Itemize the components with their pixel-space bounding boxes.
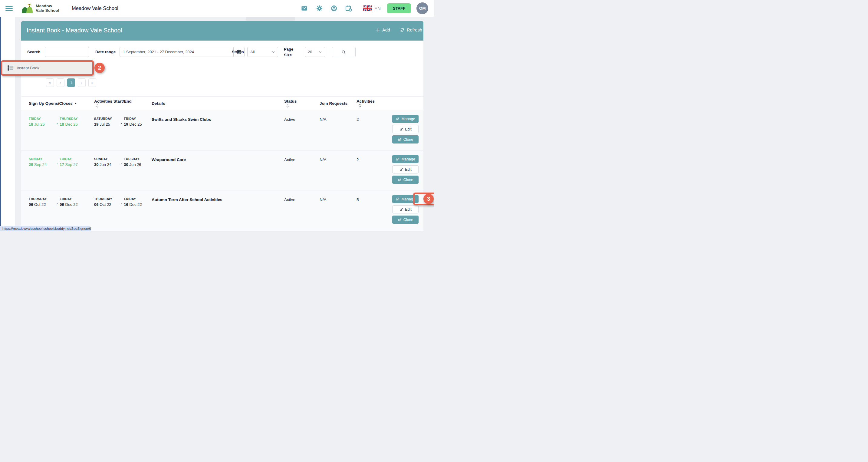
row-status: Active: [284, 117, 319, 150]
row-status: Active: [284, 197, 319, 231]
window-left-accent: [0, 17, 1, 231]
row-details: Swifts and Sharks Swim Clubs: [152, 117, 284, 150]
page-size-select[interactable]: 20: [305, 47, 325, 57]
column-header-signup[interactable]: Sign Up Opens/Closes▲: [29, 101, 94, 106]
sort-icon: [358, 103, 361, 108]
row-details: Wraparound Care: [152, 157, 284, 190]
edit-icon: [396, 117, 400, 121]
avatar[interactable]: OM: [416, 2, 428, 14]
refresh-button[interactable]: Refresh: [400, 28, 422, 32]
status-bar-url: https://meadowvaleschool.schoolsbuddy.ne…: [0, 226, 91, 231]
row-join-requests: N/A: [319, 197, 356, 231]
search-submit-button[interactable]: [332, 47, 355, 57]
page-size-label: Page Size: [284, 47, 293, 58]
pagination-prev-button[interactable]: ‹: [57, 79, 64, 87]
pagination-next-button[interactable]: ›: [78, 79, 86, 87]
settings-gear-icon[interactable]: [316, 5, 323, 12]
edit-icon: [399, 167, 403, 172]
column-header-activities-range[interactable]: Activities Start/End: [94, 99, 152, 108]
row-activities-count: 5: [356, 197, 385, 231]
row-join-requests: N/A: [319, 117, 356, 150]
page-title: Meadow Vale School: [72, 5, 118, 11]
school-logo-text: Meadow Vale School: [36, 4, 59, 13]
row-status: Active: [284, 157, 319, 190]
column-header-join-requests: Join Requests: [319, 101, 356, 106]
date-range-label: Date range: [95, 50, 116, 54]
search-input[interactable]: [45, 47, 89, 57]
pagination-last-button[interactable]: »: [88, 79, 96, 87]
edit-icon: [399, 207, 403, 211]
search-icon: [341, 50, 346, 55]
hamburger-menu-icon[interactable]: [5, 6, 13, 11]
edit-icon: [396, 157, 400, 161]
search-label: Search: [27, 50, 40, 54]
clone-button[interactable]: Clone: [392, 176, 418, 184]
table-header-row: Sign Up Opens/Closes▲ Activities Start/E…: [21, 96, 424, 110]
row-details: Autumn Term After School Activities: [152, 197, 284, 231]
edit-icon: [398, 218, 402, 222]
app-header: Meadow Vale School Meadow Vale School: [0, 0, 434, 17]
plus-icon: [376, 28, 380, 32]
edit-icon: [399, 127, 403, 131]
row-activities-count: 2: [356, 157, 385, 190]
banner-title: Instant Book - Meadow Vale School: [27, 27, 122, 34]
refresh-icon: [400, 28, 405, 32]
edit-button[interactable]: Edit: [392, 205, 418, 213]
manage-button[interactable]: Manage: [392, 115, 418, 123]
sort-icon: [96, 103, 99, 108]
chevron-down-icon: [272, 50, 275, 54]
clone-button[interactable]: Clone: [392, 216, 418, 224]
school-logo: [21, 3, 35, 13]
table-row: THURSDAY06 Oct 22 - FRIDAY09 Dec 22 THUR…: [21, 190, 424, 231]
horizontal-scrollbar-thumb[interactable]: [246, 17, 295, 21]
help-lifering-icon[interactable]: [331, 5, 337, 12]
row-join-requests: N/A: [319, 157, 356, 190]
sort-icon: [286, 103, 289, 108]
staff-role-button[interactable]: STAFF: [387, 3, 411, 13]
calendar-user-icon[interactable]: [345, 5, 352, 12]
status-label: Status: [232, 50, 244, 54]
edit-icon: [398, 137, 402, 142]
chevron-down-icon: [319, 50, 322, 54]
status-select[interactable]: All: [247, 47, 278, 57]
language-selector[interactable]: EN: [374, 6, 381, 11]
table-row: FRIDAY18 Jul 25 - THURSDAY18 Dec 25 SATU…: [21, 110, 424, 150]
page-banner: Instant Book - Meadow Vale School Add Re…: [21, 21, 424, 40]
sidebar: [0, 17, 15, 231]
list-icon: [7, 64, 14, 71]
edit-button[interactable]: Edit: [392, 125, 418, 133]
edit-button[interactable]: Edit: [392, 165, 418, 174]
clone-button[interactable]: Clone: [392, 135, 418, 144]
content-card: Instant Book - Meadow Vale School Add Re…: [21, 21, 424, 231]
uk-flag-icon[interactable]: [363, 5, 372, 11]
date-range-field: [120, 47, 245, 57]
column-header-activities[interactable]: Activities: [356, 99, 385, 108]
manage-button[interactable]: Manage: [392, 155, 418, 163]
annotation-badge-step-3: 3: [424, 194, 434, 204]
sidebar-item-label: Instant Book: [17, 66, 39, 70]
pagination: « ‹ 1 › »: [46, 79, 96, 87]
add-button[interactable]: Add: [376, 28, 390, 32]
column-header-details: Details: [152, 101, 284, 106]
column-header-status[interactable]: Status: [284, 99, 319, 108]
edit-icon: [396, 197, 400, 201]
sidebar-item-instant-book[interactable]: Instant Book: [3, 62, 92, 74]
table-row: SUNDAY29 Sep 24 - FRIDAY17 Sep 27 SUNDAY…: [21, 150, 424, 190]
date-range-input[interactable]: [120, 47, 234, 57]
pagination-first-button[interactable]: «: [46, 79, 54, 87]
edit-icon: [398, 178, 402, 182]
manage-button[interactable]: Manage: [392, 195, 418, 203]
pagination-page-1-button[interactable]: 1: [67, 79, 75, 87]
row-activities-count: 2: [356, 117, 385, 150]
mail-icon[interactable]: [301, 5, 308, 12]
sort-asc-icon: ▲: [74, 102, 77, 105]
